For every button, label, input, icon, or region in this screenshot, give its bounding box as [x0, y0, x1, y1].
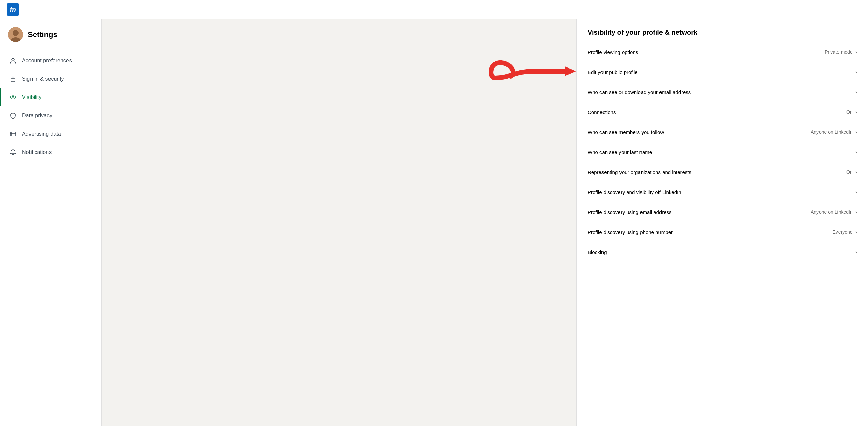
chevron-icon-blocking: ›	[855, 249, 857, 255]
avatar	[8, 27, 23, 42]
sidebar-item-label-data-privacy: Data privacy	[22, 113, 52, 119]
item-label-profile-discovery-off-linkedin: Profile discovery and visibility off Lin…	[588, 189, 682, 195]
item-right-edit-public-profile: ›	[853, 69, 857, 75]
item-value-profile-discovery-phone: Everyone	[833, 229, 853, 235]
item-right-last-name: ›	[853, 149, 857, 155]
chevron-icon-email-visibility: ›	[855, 89, 857, 95]
chevron-icon-representing-orgs: ›	[855, 169, 857, 175]
sidebar-item-advertising-data[interactable]: Advertising data	[0, 125, 101, 143]
sidebar: Settings Account preferences	[0, 19, 102, 426]
main-layout: Settings Account preferences	[0, 19, 868, 426]
panel-title: Visibility of your profile & network	[577, 19, 868, 42]
avatar-svg	[8, 27, 23, 42]
item-label-profile-discovery-email: Profile discovery using email address	[588, 209, 672, 215]
item-label-email-visibility: Who can see or download your email addre…	[588, 89, 691, 95]
item-value-connections: On	[846, 109, 853, 115]
chevron-icon-profile-discovery-phone: ›	[855, 229, 857, 235]
item-label-profile-viewing-options: Profile viewing options	[588, 49, 638, 55]
item-right-connections: On ›	[846, 109, 857, 115]
settings-list: Profile viewing options Private mode ›	[577, 42, 868, 262]
item-label-members-you-follow: Who can see members you follow	[588, 129, 664, 135]
chevron-icon-last-name: ›	[855, 149, 857, 155]
chevron-icon-members-you-follow: ›	[855, 129, 857, 135]
item-right-profile-viewing-options: Private mode ›	[825, 49, 857, 55]
chevron-icon-profile-discovery-email: ›	[855, 209, 857, 215]
sidebar-item-visibility[interactable]: Visibility	[0, 88, 101, 106]
item-label-last-name: Who can see your last name	[588, 149, 652, 155]
avatar-image	[8, 27, 23, 42]
svg-rect-8	[10, 132, 16, 136]
list-item-email-visibility[interactable]: Who can see or download your email addre…	[577, 82, 868, 102]
item-right-profile-discovery-phone: Everyone ›	[833, 229, 857, 235]
item-label-profile-discovery-phone: Profile discovery using phone number	[588, 229, 673, 235]
lock-icon	[9, 75, 17, 83]
settings-title: Settings	[28, 30, 57, 39]
top-navigation: in	[0, 0, 868, 19]
svg-point-1	[13, 30, 19, 36]
chevron-icon-profile-discovery-off-linkedin: ›	[855, 189, 857, 195]
item-right-representing-orgs: On ›	[846, 169, 857, 175]
sidebar-item-label-sign-in-security: Sign in & security	[22, 76, 64, 82]
list-item-profile-viewing-options[interactable]: Profile viewing options Private mode ›	[577, 42, 868, 62]
sidebar-item-label-account-preferences: Account preferences	[22, 58, 72, 64]
sidebar-item-label-advertising-data: Advertising data	[22, 131, 61, 137]
list-item-profile-discovery-phone[interactable]: Profile discovery using phone number Eve…	[577, 222, 868, 242]
item-right-blocking: ›	[853, 249, 857, 255]
item-value-profile-viewing-options: Private mode	[825, 49, 852, 55]
list-item-representing-orgs[interactable]: Representing your organizations and inte…	[577, 162, 868, 182]
item-right-profile-discovery-email: Anyone on LinkedIn ›	[811, 209, 857, 215]
chevron-icon-connections: ›	[855, 109, 857, 115]
sidebar-item-sign-in-security[interactable]: Sign in & security	[0, 70, 101, 88]
bell-icon	[9, 149, 17, 156]
svg-rect-4	[11, 79, 15, 82]
item-right-profile-discovery-off-linkedin: ›	[853, 189, 857, 195]
item-right-email-visibility: ›	[853, 89, 857, 95]
arrow-pointing-visibility	[0, 85, 1, 110]
item-label-representing-orgs: Representing your organizations and inte…	[588, 169, 691, 175]
eye-icon	[9, 94, 17, 101]
list-item-last-name[interactable]: Who can see your last name ›	[577, 142, 868, 162]
linkedin-logo[interactable]: in	[7, 3, 19, 16]
item-value-representing-orgs: On	[846, 169, 853, 175]
sidebar-item-data-privacy[interactable]: Data privacy	[0, 106, 101, 125]
chevron-icon-edit-public-profile: ›	[855, 69, 857, 75]
item-value-members-you-follow: Anyone on LinkedIn	[811, 129, 853, 135]
sidebar-item-account-preferences[interactable]: Account preferences	[0, 52, 101, 70]
ad-icon	[9, 130, 17, 138]
center-area	[102, 19, 576, 426]
item-value-profile-discovery-email: Anyone on LinkedIn	[811, 209, 853, 215]
item-label-edit-public-profile: Edit your public profile	[588, 69, 638, 75]
item-label-connections: Connections	[588, 109, 616, 115]
chevron-icon-profile-viewing-options: ›	[855, 49, 857, 55]
list-item-edit-public-profile[interactable]: Edit your public profile ›	[577, 62, 868, 82]
sidebar-item-label-visibility: Visibility	[22, 94, 42, 100]
person-icon	[9, 57, 17, 64]
svg-point-6	[12, 97, 14, 98]
item-label-blocking: Blocking	[588, 249, 607, 255]
list-item-connections[interactable]: Connections On ›	[577, 102, 868, 122]
list-item-blocking[interactable]: Blocking ›	[577, 242, 868, 262]
sidebar-item-label-notifications: Notifications	[22, 149, 52, 155]
list-item-members-you-follow[interactable]: Who can see members you follow Anyone on…	[577, 122, 868, 142]
settings-header: Settings	[0, 27, 101, 52]
right-panel: Visibility of your profile & network Pro…	[576, 19, 868, 426]
sidebar-item-notifications[interactable]: Notifications	[0, 143, 101, 161]
list-item-profile-discovery-email[interactable]: Profile discovery using email address An…	[577, 202, 868, 222]
list-item-profile-discovery-off-linkedin[interactable]: Profile discovery and visibility off Lin…	[577, 182, 868, 202]
shield-icon	[9, 112, 17, 119]
item-right-members-you-follow: Anyone on LinkedIn ›	[811, 129, 857, 135]
svg-point-5	[10, 96, 16, 99]
sidebar-nav: Account preferences Sign in & security	[0, 52, 101, 161]
